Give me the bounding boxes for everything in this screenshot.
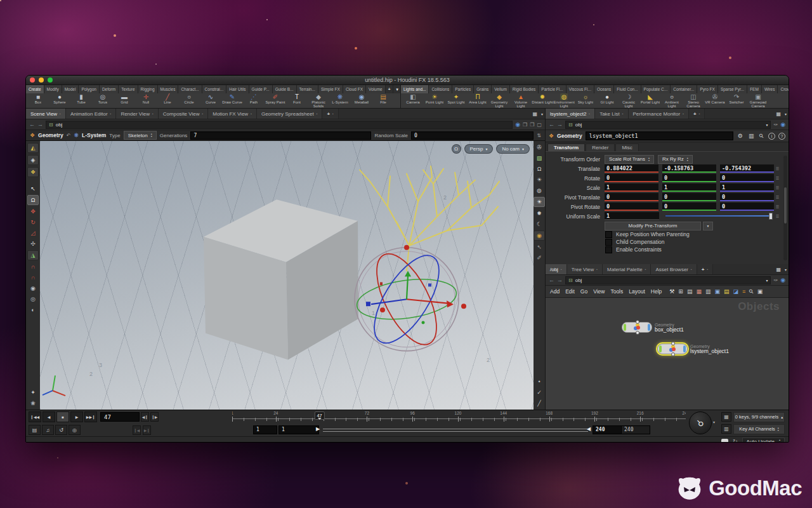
- help-icon[interactable]: ?: [778, 133, 785, 140]
- shelf-tool[interactable]: ↷ Switcher: [726, 93, 747, 108]
- key-options-caret-icon[interactable]: ▾: [713, 420, 715, 424]
- playback-loop-icon[interactable]: ↺: [55, 425, 67, 435]
- z-value-field[interactable]: -0.754392: [720, 164, 774, 173]
- transform-order-dropdown[interactable]: Scale Rot Trans ▴▾: [605, 155, 654, 164]
- modify-pretransform-button[interactable]: Modify Pre-Transform: [605, 222, 701, 231]
- color-palette-icon[interactable]: ▦: [696, 288, 702, 295]
- auto-update-dropdown[interactable]: Auto Update ▴▾: [742, 438, 785, 443]
- tab-menu-dot[interactable]: ▪: [596, 267, 598, 271]
- view-dynamics-icon[interactable]: ❖: [27, 167, 39, 177]
- tab-menu-dot[interactable]: ▪: [251, 112, 252, 116]
- range-subend-field[interactable]: 240: [621, 425, 650, 434]
- pin-icon[interactable]: ✑: [773, 122, 778, 128]
- pane-layout-icon[interactable]: ▦: [530, 109, 539, 119]
- render-region-icon[interactable]: ✦: [28, 388, 38, 397]
- channel-ladder-icon[interactable]: ☰: [774, 204, 781, 209]
- find-icon[interactable]: ⚲: [748, 288, 756, 295]
- shelf-tab[interactable]: Guide B...: [273, 85, 297, 93]
- persp-view-selector[interactable]: Persp ▾: [464, 144, 494, 154]
- spreadsheet-icon[interactable]: ▥: [747, 133, 756, 139]
- next-key-button[interactable]: ▶❙: [143, 425, 151, 435]
- viewport-scene[interactable]: [40, 141, 534, 410]
- pane-tab[interactable]: Tree View ▪: [567, 264, 603, 274]
- snap-points-icon[interactable]: ∩: [28, 273, 38, 282]
- pane-tab[interactable]: + ▪: [689, 109, 705, 119]
- shelf-tool[interactable]: ☀ Point Light: [424, 93, 445, 108]
- rotate-gizmo[interactable]: [355, 245, 466, 354]
- shelf-tab[interactable]: Simple FX: [318, 85, 343, 93]
- node-render-flag[interactable]: [683, 345, 686, 352]
- shelf-tool[interactable]: ⋰ Path: [243, 93, 265, 108]
- shelf-tool[interactable]: ◍ Environment Light: [553, 93, 575, 108]
- shelf-tool[interactable]: ✇ VR Camera: [704, 93, 726, 108]
- pane-tab[interactable]: Scene View ▪: [26, 109, 66, 119]
- key-mode-dropdown[interactable]: Key All Channels ▴▾: [733, 424, 785, 434]
- shelf-tool[interactable]: ☼ Sky Light: [575, 93, 596, 108]
- type-dropdown[interactable]: Skeleton ▴▾: [124, 131, 157, 140]
- pane-menu-caret-icon[interactable]: ▾: [539, 109, 545, 119]
- range-substart-field[interactable]: 1: [278, 425, 319, 434]
- pane-layout-icon[interactable]: ▦: [774, 109, 783, 119]
- step-forward-button[interactable]: ❙▶: [150, 412, 159, 422]
- shelf-tab[interactable]: Modify: [44, 85, 62, 93]
- y-value-field[interactable]: 0: [662, 203, 716, 211]
- range-end-field[interactable]: 240: [593, 425, 622, 434]
- view-objects-icon[interactable]: ◭: [27, 143, 39, 153]
- tab-menu-dot[interactable]: ▪: [152, 112, 154, 116]
- shelf-tab[interactable]: Wires: [762, 85, 778, 93]
- shelf-tool[interactable]: ✹ Distant Light: [532, 93, 553, 108]
- dopesheet-icon[interactable]: ▦: [721, 412, 731, 422]
- pose-tool-icon[interactable]: ✣: [28, 239, 38, 248]
- shelf-tool[interactable]: ▮ Tube: [70, 93, 92, 108]
- y-value-field[interactable]: 1: [662, 184, 716, 192]
- link-icon[interactable]: ◉: [780, 121, 785, 128]
- shelf-tab[interactable]: Hair Utils: [226, 85, 249, 93]
- shelf-tool[interactable]: ◆ Platonic Solids: [308, 93, 329, 108]
- play-reverse-button[interactable]: ◀: [43, 411, 55, 422]
- hq-lighting-icon[interactable]: ✹: [534, 209, 544, 218]
- play-button[interactable]: ▶: [70, 411, 83, 422]
- node-box-object1[interactable]: Geometry box_object1: [622, 322, 684, 333]
- shelf-tool[interactable]: ▲ Volume Light: [510, 93, 532, 108]
- select-tool-icon[interactable]: ↖: [28, 184, 38, 193]
- node-name-field[interactable]: lsystem_object1: [586, 131, 733, 140]
- view-cube-icon[interactable]: ❒: [523, 122, 527, 128]
- flipbook-icon[interactable]: ▤: [29, 425, 41, 435]
- tab-menu-dot[interactable]: ▪: [60, 112, 61, 116]
- pane-layout-icon[interactable]: ▦: [774, 264, 783, 274]
- toolbar-separator[interactable]: [28, 179, 38, 182]
- shelf-tab[interactable]: Deform: [100, 85, 119, 93]
- forward-icon[interactable]: →: [37, 122, 43, 128]
- stop-button[interactable]: ■: [56, 411, 69, 422]
- y-value-field[interactable]: -0.158763: [662, 164, 716, 173]
- shelf-tab[interactable]: Particle Fl...: [539, 85, 566, 93]
- range-end-handle[interactable]: ◀: [587, 425, 591, 433]
- node-display-flag[interactable]: [659, 345, 662, 352]
- shelf-tab[interactable]: Lights and...: [401, 85, 429, 93]
- refresh-icon[interactable]: ↻: [733, 438, 738, 443]
- sort-icon[interactable]: ⇅: [537, 133, 541, 138]
- shelf-tab[interactable]: +: [386, 85, 394, 93]
- list-view-icon[interactable]: ▤: [687, 288, 693, 295]
- x-value-field[interactable]: 0.884022: [605, 164, 658, 173]
- node-input-dot[interactable]: [671, 342, 675, 345]
- node-output-dot[interactable]: [636, 331, 639, 335]
- shelf-tool[interactable]: ○ Circle: [178, 93, 200, 108]
- shelf-tool[interactable]: ◫ Stereo Camera: [683, 93, 704, 108]
- back-icon[interactable]: ←: [29, 122, 35, 128]
- range-start-handle[interactable]: ▶: [316, 425, 320, 433]
- y-value-field[interactable]: 0: [662, 174, 716, 182]
- network-canvas[interactable]: Objects Geometry box_object1: [546, 298, 789, 410]
- pane-tab[interactable]: lsystem_object2 ▪: [546, 109, 595, 119]
- pane-tab[interactable]: Motion FX View ▪: [208, 109, 257, 119]
- pane-tab[interactable]: Material Palette ▪: [603, 264, 651, 274]
- menu-item[interactable]: Edit: [565, 288, 575, 295]
- view-maximize-icon[interactable]: ▢: [537, 122, 542, 128]
- objects-display-icon[interactable]: ➴: [534, 243, 544, 251]
- x-value-field[interactable]: 0: [605, 193, 658, 201]
- channel-ladder-icon[interactable]: ☰: [774, 166, 781, 171]
- shelf-tab[interactable]: Grains: [474, 85, 492, 93]
- shelf-tool[interactable]: ◆ Geometry Light: [488, 93, 510, 108]
- tab-menu-dot[interactable]: ▪: [645, 267, 646, 271]
- shelf-tab[interactable]: Rigging: [138, 85, 158, 93]
